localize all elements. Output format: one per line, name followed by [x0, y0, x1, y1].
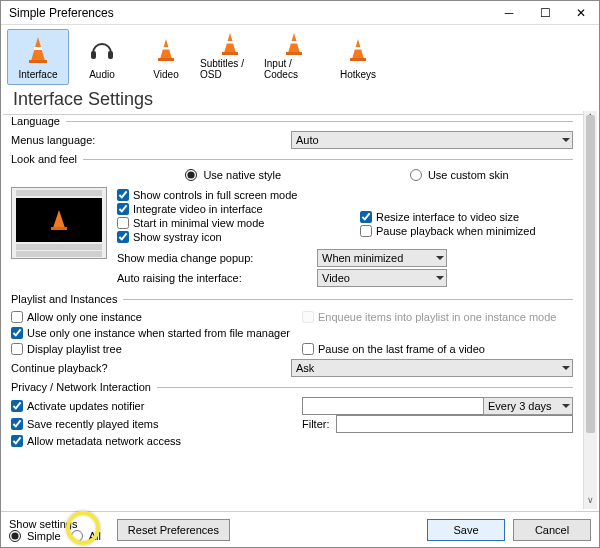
- settings-scroll-area: Language Menus language: Auto Look and f…: [3, 111, 597, 509]
- one-instance-fm-check[interactable]: Use only one instance when started from …: [11, 327, 573, 339]
- tab-label: Hotkeys: [340, 69, 376, 80]
- cone-icon: [345, 30, 371, 69]
- svg-rect-4: [108, 51, 113, 59]
- tab-label: Audio: [89, 69, 115, 80]
- tab-hotkeys[interactable]: Hotkeys: [327, 29, 389, 85]
- enqueue-items-check: Enqueue items into playlist in one insta…: [302, 311, 573, 323]
- cone-icon: [23, 30, 53, 69]
- svg-marker-17: [53, 210, 65, 228]
- auto-raise-label: Auto raising the interface:: [117, 272, 317, 284]
- menus-language-label: Menus language:: [11, 134, 131, 146]
- svg-rect-12: [291, 41, 298, 44]
- tab-audio[interactable]: Audio: [71, 29, 133, 85]
- auto-raise-select[interactable]: Video: [317, 269, 447, 287]
- display-playlist-tree-check[interactable]: Display playlist tree: [11, 343, 282, 355]
- category-tabs: Interface Audio Video Subtitles / OSD In…: [1, 25, 599, 85]
- cone-icon: [217, 30, 243, 58]
- group-language: Language Menus language: Auto: [11, 115, 573, 149]
- continue-playback-label: Continue playback?: [11, 362, 291, 374]
- svg-rect-15: [355, 47, 362, 50]
- update-interval-select[interactable]: Every 3 days: [483, 397, 573, 415]
- reset-preferences-button[interactable]: Reset Preferences: [117, 519, 230, 541]
- cone-icon: [153, 30, 179, 69]
- tab-label: Video: [153, 69, 178, 80]
- svg-rect-7: [158, 58, 174, 61]
- cone-icon: [281, 30, 307, 58]
- custom-skin-radio[interactable]: Use custom skin: [410, 169, 509, 181]
- svg-rect-6: [163, 47, 170, 50]
- filter-label: Filter:: [302, 418, 330, 430]
- tab-video[interactable]: Video: [135, 29, 197, 85]
- headphones-icon: [89, 30, 115, 69]
- svg-rect-9: [227, 41, 234, 44]
- media-popup-label: Show media change popup:: [117, 252, 317, 264]
- svg-rect-2: [29, 60, 47, 63]
- group-privacy: Privacy / Network Interaction Activate u…: [11, 381, 573, 447]
- window-title: Simple Preferences: [9, 6, 491, 20]
- show-systray-check[interactable]: Show systray icon: [117, 231, 330, 243]
- media-popup-select[interactable]: When minimized: [317, 249, 447, 267]
- skin-preview: [11, 187, 107, 259]
- group-title-label: Privacy / Network Interaction: [11, 381, 157, 393]
- filter-input[interactable]: [336, 415, 574, 433]
- metadata-access-check[interactable]: Allow metadata network access: [11, 435, 573, 447]
- scrollbar-thumb[interactable]: [586, 115, 595, 433]
- show-simple-radio[interactable]: Simple: [9, 530, 61, 542]
- footer: Show settings Simple All Reset Preferenc…: [1, 511, 599, 547]
- save-button[interactable]: Save: [427, 519, 505, 541]
- svg-rect-1: [34, 47, 42, 50]
- cancel-button[interactable]: Cancel: [513, 519, 591, 541]
- tab-subtitles[interactable]: Subtitles / OSD: [199, 29, 261, 85]
- menus-language-select[interactable]: Auto: [291, 131, 573, 149]
- pause-minimized-check[interactable]: Pause playback when minimized: [360, 225, 573, 237]
- group-title-label: Playlist and Instances: [11, 293, 123, 305]
- integrate-video-check[interactable]: Integrate video in interface: [117, 203, 330, 215]
- tab-label: Input / Codecs: [264, 58, 324, 80]
- save-recent-check[interactable]: Save recently played items: [11, 418, 282, 430]
- group-title-label: Look and feel: [11, 153, 83, 165]
- show-controls-fullscreen-check[interactable]: Show controls in full screen mode: [117, 189, 330, 201]
- svg-rect-13: [286, 52, 302, 55]
- native-style-radio[interactable]: Use native style: [185, 169, 281, 181]
- svg-rect-10: [222, 52, 238, 55]
- update-interval-input[interactable]: [302, 397, 484, 415]
- minimize-button[interactable]: ─: [491, 1, 527, 25]
- svg-rect-18: [51, 227, 67, 230]
- continue-playback-select[interactable]: Ask: [291, 359, 573, 377]
- tab-label: Interface: [19, 69, 58, 80]
- pause-last-frame-check[interactable]: Pause on the last frame of a video: [302, 343, 573, 355]
- title-bar: Simple Preferences ─ ☐ ✕: [1, 1, 599, 25]
- group-playlist: Playlist and Instances Allow only one in…: [11, 293, 573, 377]
- start-minimal-check[interactable]: Start in minimal view mode: [117, 217, 330, 229]
- show-all-radio[interactable]: All: [71, 530, 101, 542]
- tab-input-codecs[interactable]: Input / Codecs: [263, 29, 325, 85]
- close-button[interactable]: ✕: [563, 1, 599, 25]
- show-settings-label: Show settings: [9, 518, 101, 530]
- group-title-label: Language: [11, 115, 66, 127]
- group-look-feel: Look and feel Use native style Use custo…: [11, 153, 573, 289]
- tab-label: Subtitles / OSD: [200, 58, 260, 80]
- allow-one-instance-check[interactable]: Allow only one instance: [11, 311, 282, 323]
- maximize-button[interactable]: ☐: [527, 1, 563, 25]
- svg-rect-3: [91, 51, 96, 59]
- updates-notifier-check[interactable]: Activate updates notifier: [11, 400, 282, 412]
- tab-interface[interactable]: Interface: [7, 29, 69, 85]
- svg-rect-16: [350, 58, 366, 61]
- vertical-scrollbar[interactable]: ∧ ∨: [583, 111, 597, 509]
- resize-interface-check[interactable]: Resize interface to video size: [360, 211, 573, 223]
